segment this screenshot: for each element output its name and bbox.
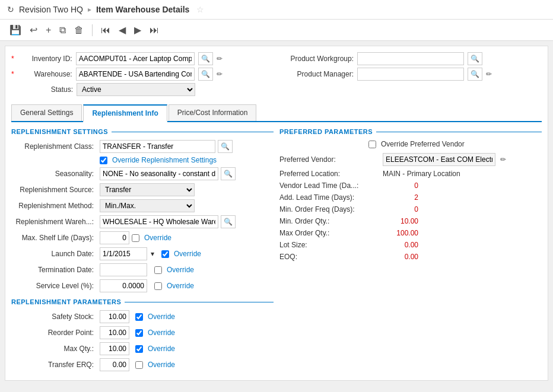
inventory-id-input[interactable]: [76, 52, 195, 65]
lot-size-row: Lot Size: 0.00: [279, 241, 542, 249]
add-button[interactable]: +: [43, 24, 53, 37]
max-shelf-override-checkbox[interactable]: [132, 234, 139, 242]
vendor-lead-time-label: Vendor Lead Time (Da...:: [279, 181, 380, 190]
add-lead-time-value: 2: [383, 193, 418, 202]
manager-edit-icon[interactable]: ✏: [486, 70, 492, 78]
seasonality-input[interactable]: [100, 167, 218, 180]
max-order-qty-label: Max Order Qty.:: [279, 229, 380, 237]
app-name: Revision Two HQ: [19, 5, 83, 14]
max-qty-input[interactable]: [100, 342, 129, 355]
min-order-freq-label: Min. Order Freq (Days):: [279, 205, 380, 213]
warehouse-edit-icon[interactable]: ✏: [217, 70, 223, 78]
launch-override-checkbox[interactable]: [161, 250, 169, 258]
replenishment-class-row: Replenishment Class: 🔍: [11, 140, 274, 153]
override-vendor-checkbox[interactable]: [368, 141, 376, 148]
last-button[interactable]: ⏭: [147, 24, 161, 37]
left-column: REPLENISHMENT SETTINGS Replenishment Cla…: [11, 128, 274, 374]
replenishment-warehouse-input[interactable]: [100, 215, 218, 228]
product-workgroup-label: Product Workgroup:: [282, 55, 354, 63]
warehouse-label: Warehouse:: [19, 70, 72, 78]
replenishment-class-input[interactable]: [100, 140, 215, 153]
launch-date-row: Launch Date: ▾ Override: [11, 247, 274, 260]
inventory-search-button[interactable]: 🔍: [198, 52, 213, 65]
replenishment-method-row: Replenishment Method: Min./Max. Reorder …: [11, 199, 274, 212]
toolbar-divider: [92, 24, 93, 36]
termination-override-checkbox[interactable]: [154, 266, 162, 274]
min-order-freq-row: Min. Order Freq (Days): 0: [279, 205, 542, 213]
termination-date-input[interactable]: [100, 263, 147, 276]
tab-price-cost[interactable]: Price/Cost Information: [169, 104, 257, 121]
safety-stock-input[interactable]: [100, 310, 129, 323]
termination-override-label: Override: [167, 266, 194, 274]
max-qty-row: Max Qty.: Override: [11, 342, 274, 355]
warehouse-search-button[interactable]: 🔍: [198, 68, 213, 81]
max-shelf-override-label: Override: [144, 234, 171, 242]
replenishment-params-title: REPLENISHMENT PARAMETERS: [11, 298, 274, 305]
eoq-value: 0.00: [383, 253, 418, 261]
service-level-input[interactable]: [100, 279, 147, 292]
override-replenishment-label: Override Replenishment Settings: [112, 156, 217, 164]
product-workgroup-input[interactable]: [357, 52, 464, 65]
inventory-edit-icon[interactable]: ✏: [217, 55, 223, 63]
workgroup-search-button[interactable]: 🔍: [468, 52, 482, 65]
status-label: Status:: [20, 85, 73, 94]
termination-date-row: Termination Date: Override: [11, 263, 274, 276]
separator: ▸: [88, 5, 91, 14]
launch-date-dropdown[interactable]: ▾: [151, 250, 154, 258]
tab-content: REPLENISHMENT SETTINGS Replenishment Cla…: [11, 128, 542, 374]
warehouse-input[interactable]: [76, 68, 195, 81]
product-workgroup-row: Product Workgroup: 🔍: [282, 52, 542, 65]
inventory-id-row: * Inventory ID: 🔍 ✏: [11, 52, 271, 65]
preferred-vendor-label: Preferred Vendor:: [279, 155, 380, 164]
vendor-edit-icon[interactable]: ✏: [500, 155, 506, 164]
add-lead-time-label: Add. Lead Time (Days):: [279, 193, 380, 202]
transfer-ero-override-label: Override: [148, 361, 175, 369]
preferred-vendor-row: Preferred Vendor: ✏: [279, 153, 542, 166]
safety-stock-override-checkbox[interactable]: [135, 313, 143, 321]
delete-button[interactable]: 🗑: [72, 24, 86, 37]
right-column: PREFERRED PARAMETERS Override Preferred …: [279, 128, 542, 374]
replenishment-class-search[interactable]: 🔍: [218, 140, 233, 153]
inventory-id-label: Inventory ID:: [19, 55, 72, 63]
reorder-point-row: Reorder Point: Override: [11, 326, 274, 339]
add-lead-time-row: Add. Lead Time (Days): 2: [279, 193, 542, 202]
max-shelf-life-input[interactable]: [100, 231, 129, 244]
vendor-lead-time-row: Vendor Lead Time (Da...: 0: [279, 181, 542, 190]
max-qty-override-checkbox[interactable]: [135, 345, 143, 353]
safety-stock-label: Safety Stock:: [11, 313, 97, 321]
replenishment-warehouse-search[interactable]: 🔍: [221, 215, 236, 228]
override-vendor-label: Override Preferred Vendor: [381, 140, 465, 148]
replenishment-method-select[interactable]: Min./Max. Reorder Point: [100, 199, 195, 212]
seasonality-row: Seasonality: 🔍: [11, 167, 274, 180]
seasonality-search[interactable]: 🔍: [221, 167, 236, 180]
transfer-ero-input[interactable]: [100, 358, 129, 371]
transfer-ero-override-checkbox[interactable]: [135, 361, 143, 369]
refresh-icon[interactable]: ↻: [7, 5, 14, 14]
preferred-location-value: MAIN - Primary Location: [383, 170, 460, 178]
product-manager-input[interactable]: [357, 68, 464, 81]
termination-date-label: Termination Date:: [11, 266, 97, 274]
save-button[interactable]: 💾: [7, 23, 24, 37]
reorder-override-checkbox[interactable]: [135, 329, 143, 337]
prev-button[interactable]: ◀: [116, 23, 128, 37]
launch-date-label: Launch Date:: [11, 250, 97, 258]
star-icon[interactable]: ☆: [196, 5, 204, 14]
override-replenishment-checkbox[interactable]: [100, 157, 107, 164]
service-override-checkbox[interactable]: [154, 282, 162, 290]
replenishment-source-select[interactable]: Transfer Purchase: [100, 183, 195, 196]
launch-date-input[interactable]: [100, 247, 147, 260]
service-level-row: Service Level (%): Override: [11, 279, 274, 292]
status-select[interactable]: Active Inactive: [77, 83, 195, 96]
required-star: *: [11, 55, 14, 63]
copy-button[interactable]: ⧉: [57, 24, 68, 37]
tab-general-settings[interactable]: General Settings: [11, 104, 82, 121]
manager-search-button[interactable]: 🔍: [468, 68, 482, 81]
toolbar: 💾 ↩ + ⧉ 🗑 ⏮ ◀ ▶ ⏭: [0, 20, 553, 41]
reorder-point-input[interactable]: [100, 326, 129, 339]
undo-button[interactable]: ↩: [27, 23, 40, 37]
tab-replenishment-info[interactable]: Replenishment Info: [83, 104, 167, 122]
preferred-vendor-input[interactable]: [383, 153, 495, 166]
first-button[interactable]: ⏮: [98, 24, 113, 37]
next-button[interactable]: ▶: [132, 23, 144, 37]
eoq-label: EOQ:: [279, 253, 380, 261]
